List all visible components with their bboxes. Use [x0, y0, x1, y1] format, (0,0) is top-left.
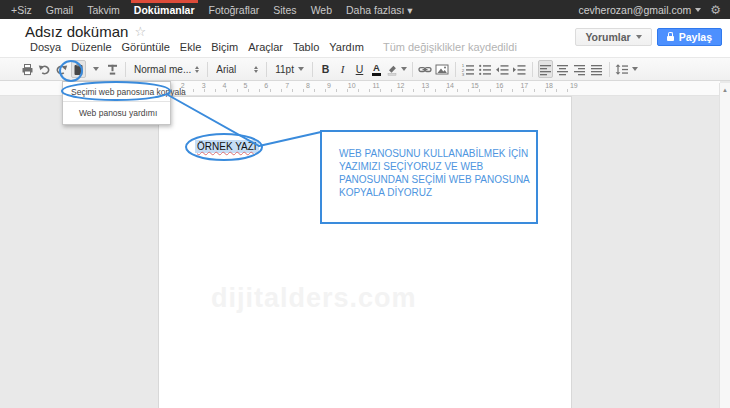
text-color-icon: A [372, 63, 381, 76]
updown-icon [195, 66, 199, 73]
increase-indent-button[interactable] [512, 60, 527, 78]
document-area: dijitalders.com ÖRNEK YAZI WEB PANOSUNU … [0, 96, 730, 408]
redo-icon [55, 63, 68, 76]
ruler-number: 16 [496, 82, 504, 89]
topbar-link[interactable]: Gmail [39, 0, 80, 19]
web-clipboard-button[interactable] [71, 60, 86, 78]
comments-button-label: Yorumlar [585, 31, 630, 43]
updown-icon [254, 66, 258, 73]
topbar-link[interactable]: +Siz [4, 0, 39, 19]
topbar-links: +SizGmailTakvimDokümanlarFotoğraflarSite… [0, 0, 420, 19]
ruler-number: 12 [397, 82, 405, 89]
web-clipboard-dropdown[interactable] [88, 60, 103, 78]
highlight-color-button[interactable] [386, 60, 407, 78]
comments-button[interactable]: Yorumlar [575, 28, 651, 46]
menu-item[interactable]: Düzenle [66, 41, 116, 53]
toolbar-separator [412, 62, 413, 77]
menu-item[interactable]: Araçlar [243, 41, 288, 53]
callout-line: KOPYALA DİYORUZ [339, 186, 536, 199]
italic-button[interactable]: I [335, 60, 350, 78]
chevron-down-icon [636, 35, 642, 39]
clipboard-icon [72, 63, 85, 76]
undo-icon [38, 63, 51, 76]
insert-link-button[interactable] [418, 60, 433, 78]
font-size-value: 11pt [275, 64, 294, 75]
menu-item[interactable]: Görüntüle [117, 41, 175, 53]
menu-item[interactable]: Dosya [25, 41, 66, 53]
account-menu[interactable]: cevherozan@gmail.com [578, 4, 701, 16]
chevron-down-icon [695, 8, 701, 12]
chevron-down-icon [298, 67, 304, 71]
align-center-icon [556, 63, 569, 76]
topbar-link[interactable]: Fotoğraflar [202, 0, 267, 19]
font-size-select[interactable]: 11pt [271, 64, 308, 75]
menu-item-label: Web panosu yardımı [79, 108, 157, 118]
ruler-number: 17 [520, 82, 528, 89]
callout-line: WEB PANOSUNU KULLANABİLMEK İÇİN [339, 147, 536, 160]
menu-item[interactable]: Yardım [324, 41, 369, 53]
menu-item[interactable]: Ekle [175, 41, 206, 53]
toolbar-separator [532, 62, 533, 77]
format-toolbar: Normal me... Arial 11pt B I U A [0, 57, 730, 81]
justify-icon [590, 63, 603, 76]
font-select[interactable]: Arial [212, 64, 262, 75]
underline-button[interactable]: U [352, 60, 367, 78]
ruler-number: 13 [421, 82, 429, 89]
star-icon[interactable]: ☆ [134, 24, 146, 39]
line-spacing-button[interactable] [615, 60, 638, 78]
menu-item[interactable]: Tablo [288, 41, 324, 53]
selected-document-text[interactable]: ÖRNEK YAZI [195, 140, 259, 153]
topbar-link[interactable]: Takvim [80, 0, 127, 19]
justify-button[interactable] [589, 60, 604, 78]
style-select[interactable]: Normal me... [130, 64, 203, 75]
menu-item-copy-to-web-clipboard[interactable]: Seçimi web panosuna kopyala [63, 83, 170, 100]
menu-item-web-clipboard-help[interactable]: Web panosu yardımı [63, 103, 170, 123]
ruler-number: 10 [348, 82, 356, 89]
vertical-scrollbar[interactable]: ▲ [719, 83, 730, 408]
numbered-list-icon: 1 2 3 [461, 63, 475, 76]
line-spacing-icon [615, 63, 629, 76]
document-title-row: Adsız doküman ☆ [25, 23, 146, 40]
bulleted-list-button[interactable] [478, 60, 493, 78]
annotation-callout-box: WEB PANOSUNU KULLANABİLMEK İÇİNYAZIMIZI … [320, 130, 538, 224]
toolbar-separator [455, 62, 456, 77]
account-email: cevherozan@gmail.com [578, 4, 691, 16]
callout-line: YAZIMIZI SEÇİYORUZ VE WEB [339, 160, 536, 173]
align-right-button[interactable] [572, 60, 587, 78]
ruler-number: 11 [372, 82, 379, 89]
document-page[interactable]: dijitalders.com ÖRNEK YAZI WEB PANOSUNU … [158, 96, 572, 408]
share-button[interactable]: Paylaş [657, 28, 722, 46]
decrease-indent-button[interactable] [495, 60, 510, 78]
annotation-callout-text: WEB PANOSUNU KULLANABİLMEK İÇİNYAZIMIZI … [339, 147, 536, 199]
numbered-list-button[interactable]: 1 2 3 [461, 60, 476, 78]
print-button[interactable] [20, 60, 35, 78]
font-select-value: Arial [216, 64, 236, 75]
align-center-button[interactable] [555, 60, 570, 78]
link-icon [418, 63, 432, 76]
undo-button[interactable] [37, 60, 52, 78]
topbar-link[interactable]: Web [304, 0, 339, 19]
share-button-label: Paylaş [679, 31, 712, 43]
lock-icon [667, 36, 674, 41]
web-clipboard-menu: Seçimi web panosuna kopyala Web panosu y… [62, 81, 171, 125]
insert-image-button[interactable] [435, 60, 450, 78]
text-color-button[interactable]: A [369, 60, 384, 78]
ruler-number: 6 [264, 82, 268, 89]
gear-icon[interactable]: ⚙ [710, 4, 721, 16]
menu-item[interactable]: Biçim [206, 41, 243, 53]
paint-format-button[interactable] [105, 60, 120, 78]
redo-button[interactable] [54, 60, 69, 78]
scroll-up-icon[interactable]: ▲ [720, 83, 730, 93]
align-left-button[interactable] [538, 60, 553, 78]
toolbar-separator [125, 62, 126, 77]
style-select-value: Normal me... [134, 64, 191, 75]
topbar-link[interactable]: Sites [266, 0, 303, 19]
topbar-link[interactable]: Daha fazlası ▾ [339, 0, 420, 19]
outdent-icon [495, 63, 509, 76]
topbar-link[interactable]: Dokümanlar [127, 0, 202, 19]
toolbar-separator [266, 62, 267, 77]
page-title[interactable]: Adsız doküman [25, 23, 128, 40]
bold-button[interactable]: B [318, 60, 333, 78]
ruler-ticks [160, 89, 578, 92]
ruler-number: 9 [327, 82, 331, 89]
